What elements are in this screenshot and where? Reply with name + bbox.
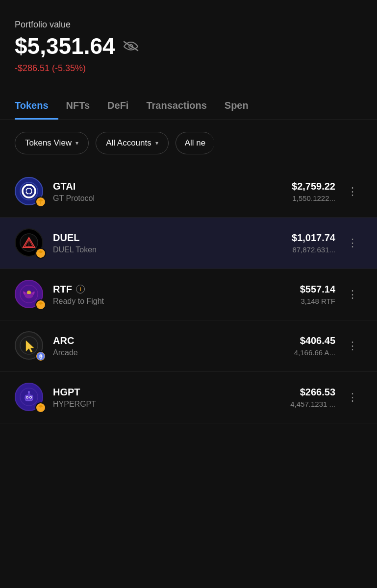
cube-badge-icon <box>37 198 44 205</box>
hgpt-info: HGPT HYPERGPT <box>53 387 290 409</box>
rtf-values: $557.14 3,148 RTF <box>300 284 335 305</box>
arc-symbol: ARC <box>53 335 74 346</box>
duel-info: DUEL DUEL Token <box>53 232 292 254</box>
svg-rect-6 <box>28 186 30 188</box>
duel-icon-wrap <box>15 228 44 258</box>
token-item-duel: DUEL DUEL Token $1,017.74 87,872.631... … <box>0 218 377 269</box>
svg-point-38 <box>28 391 30 393</box>
rtf-token-logo <box>19 284 39 304</box>
cube-badge-icon <box>37 250 44 257</box>
tokens-view-button[interactable]: Tokens View ▾ <box>15 132 89 154</box>
rtf-usd: $557.14 <box>300 284 335 295</box>
arc-name: Arcade <box>53 348 78 357</box>
portfolio-label: Portfolio value <box>15 20 362 30</box>
hgpt-values: $266.53 4,457.1231 ... <box>290 387 335 408</box>
tab-tokens[interactable]: Tokens <box>15 93 58 120</box>
chevron-down-icon: ▾ <box>75 140 78 147</box>
arc-badge <box>35 351 46 362</box>
portfolio-change: -$286.51 (-5.35%) <box>15 63 362 74</box>
cube-badge-icon <box>37 404 44 411</box>
portfolio-value: $5,351.64 <box>15 33 115 59</box>
tab-nfts[interactable]: NFTs <box>66 93 100 120</box>
hgpt-menu-button[interactable]: ⋮ <box>343 389 362 406</box>
eth-badge-icon <box>36 351 45 362</box>
token-item-hgpt: HGPT HYPERGPT $266.53 4,457.1231 ... ⋮ <box>0 372 377 423</box>
gtai-usd: $2,759.22 <box>292 181 335 192</box>
arc-token-logo <box>19 336 39 355</box>
portfolio-value-row: $5,351.64 <box>15 33 362 59</box>
hgpt-symbol: HGPT <box>53 387 80 398</box>
hgpt-icon-wrap <box>15 383 44 412</box>
hgpt-usd: $266.53 <box>290 387 335 398</box>
hgpt-badge <box>35 402 46 413</box>
token-item-arc: ARC Arcade $406.45 4,166.66 A... ⋮ <box>0 320 377 372</box>
hgpt-token-logo <box>19 387 39 407</box>
gtai-name: GT Protocol <box>53 194 95 202</box>
arc-usd: $406.45 <box>294 335 335 346</box>
duel-badge <box>35 248 46 259</box>
all-networks-button[interactable]: All ne <box>176 132 215 154</box>
rtf-name: Ready to Fight <box>53 297 104 305</box>
gtai-token-logo <box>19 181 39 201</box>
svg-rect-4 <box>24 191 26 192</box>
cube-badge-icon <box>37 301 44 308</box>
gtai-menu-button[interactable]: ⋮ <box>343 183 362 200</box>
header: Portfolio value $5,351.64 -$286.51 (-5.3… <box>0 0 377 83</box>
token-item-rtf: RTF i Ready to Fight $557.14 3,148 RTF ⋮ <box>0 269 377 320</box>
hgpt-name: HYPERGPT <box>53 400 96 408</box>
duel-values: $1,017.74 87,872.631... <box>292 232 335 254</box>
gtai-amount: 1,550.1222... <box>292 194 335 202</box>
svg-point-3 <box>26 188 32 194</box>
rtf-badge <box>35 299 46 310</box>
svg-point-36 <box>30 397 31 398</box>
filters-row: Tokens View ▾ All Accounts ▾ All ne <box>0 120 377 166</box>
arc-info: ARC Arcade <box>53 335 294 357</box>
duel-symbol: DUEL <box>53 232 79 244</box>
rtf-symbol: RTF <box>53 284 72 295</box>
duel-name: DUEL Token <box>53 245 97 254</box>
hide-icon <box>123 40 139 52</box>
arc-values: $406.45 4,166.66 A... <box>294 335 335 357</box>
rtf-menu-button[interactable]: ⋮ <box>343 286 362 303</box>
gtai-info: GTAI GT Protocol <box>53 181 292 203</box>
tab-defi[interactable]: DeFi <box>107 93 138 120</box>
duel-usd: $1,017.74 <box>292 232 335 244</box>
duel-amount: 87,872.631... <box>292 245 335 254</box>
arc-icon-wrap <box>15 331 44 361</box>
rtf-info: RTF i Ready to Fight <box>53 284 300 306</box>
rtf-amount: 3,148 RTF <box>300 297 335 305</box>
hgpt-amount: 4,457.1231 ... <box>290 400 335 408</box>
duel-menu-button[interactable]: ⋮ <box>343 235 362 251</box>
rtf-info-icon[interactable]: i <box>76 285 85 294</box>
chevron-down-icon: ▾ <box>155 140 158 147</box>
token-list: GTAI GT Protocol $2,759.22 1,550.1222...… <box>0 166 377 423</box>
all-accounts-button[interactable]: All Accounts ▾ <box>96 132 169 154</box>
arc-menu-button[interactable]: ⋮ <box>343 338 362 354</box>
tab-spend[interactable]: Spen <box>225 93 258 120</box>
tabs-row: Tokens NFTs DeFi Transactions Spen <box>0 93 377 120</box>
tab-transactions[interactable]: Transactions <box>146 93 216 120</box>
gtai-values: $2,759.22 1,550.1222... <box>292 181 335 202</box>
svg-point-20 <box>27 291 31 294</box>
gtai-symbol: GTAI <box>53 181 75 192</box>
svg-point-35 <box>26 397 27 398</box>
gtai-badge <box>35 196 46 207</box>
gtai-icon-wrap <box>15 177 44 206</box>
token-item-gtai: GTAI GT Protocol $2,759.22 1,550.1222...… <box>0 166 377 218</box>
hide-balance-button[interactable] <box>122 37 140 55</box>
svg-rect-5 <box>32 191 34 192</box>
svg-rect-7 <box>28 194 30 196</box>
arc-amount: 4,166.66 A... <box>294 348 335 357</box>
duel-token-logo <box>19 233 39 252</box>
rtf-icon-wrap <box>15 280 44 309</box>
